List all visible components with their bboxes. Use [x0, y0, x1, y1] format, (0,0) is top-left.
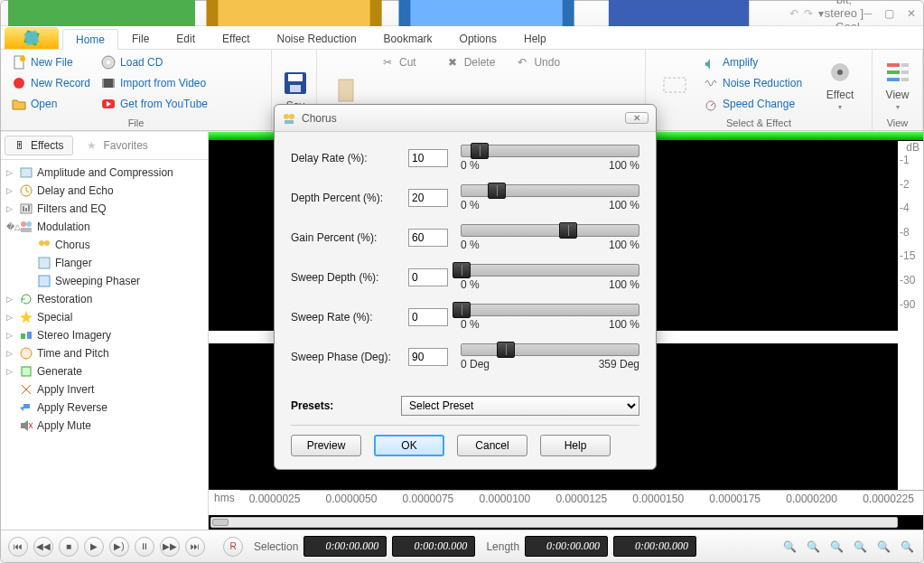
gain-percent-slider[interactable] [461, 224, 639, 237]
cut-button[interactable]: ✂Cut [377, 53, 420, 71]
tab-help[interactable]: Help [510, 28, 560, 49]
tab-options[interactable]: Options [446, 28, 510, 49]
group-label-file: File [8, 116, 264, 128]
play-loop-button[interactable]: ▶) [109, 537, 129, 557]
preview-button[interactable]: Preview [291, 435, 361, 456]
speed-change-button[interactable]: Speed Change [700, 95, 806, 113]
tab-effect[interactable]: Effect [209, 28, 263, 49]
noise-reduction-button[interactable]: Noise Reduction [700, 74, 806, 92]
stop-button[interactable]: ■ [59, 537, 79, 557]
qat-undo-icon[interactable]: ↶ [789, 7, 798, 20]
view-big-button[interactable]: View▾ [880, 53, 915, 116]
tab-edit[interactable]: Edit [163, 28, 209, 49]
flanger-icon [37, 256, 51, 270]
depth-percent-input[interactable] [408, 189, 448, 207]
effect-big-button[interactable]: Effect▾ [818, 53, 862, 116]
delete-icon: ✖ [445, 55, 460, 70]
tab-home[interactable]: Home [62, 29, 118, 50]
maximize-button[interactable]: ▢ [884, 7, 894, 20]
svg-rect-15 [288, 74, 303, 81]
svg-point-46 [284, 114, 289, 119]
delay-rate-input[interactable] [408, 149, 448, 167]
tree-delay-echo[interactable]: ▷Delay and Echo [6, 182, 202, 200]
tab-noise-reduction[interactable]: Noise Reduction [264, 28, 370, 49]
sweep-rate-input[interactable] [408, 308, 448, 326]
goto-start-button[interactable]: ⏮ [8, 537, 28, 557]
restoration-icon [19, 292, 33, 306]
gain-percent-input[interactable] [408, 229, 448, 247]
close-button[interactable]: ✕ [907, 7, 916, 20]
app-tab[interactable] [5, 27, 59, 49]
tree-generate[interactable]: ▷Generate [6, 362, 202, 380]
tree-modulation[interactable]: �△Modulation [6, 218, 202, 236]
svg-rect-45 [21, 423, 24, 428]
svg-point-37 [39, 240, 44, 246]
tree-apply-mute[interactable]: Apply Mute [6, 417, 202, 435]
tree-amplitude[interactable]: ▷Amplitude and Compression [6, 164, 202, 182]
forward-button[interactable]: ▶▶ [160, 537, 180, 557]
qat-redo-icon[interactable]: ↷ [804, 7, 813, 20]
pause-button[interactable]: ⏸ [135, 537, 154, 557]
tree-special[interactable]: ▷Special [6, 308, 202, 326]
delete-button[interactable]: ✖Delete [442, 53, 499, 71]
new-file-button[interactable]: New File [8, 53, 94, 71]
load-cd-button[interactable]: Load CD [98, 53, 211, 71]
titlebar: ↶ ↷ ▾ Untitled - [ PCM 44100 Hz; 16 bit;… [1, 1, 923, 26]
length-label: Length [486, 540, 519, 553]
delay-rate-slider[interactable] [461, 145, 639, 157]
dialog-close-button[interactable]: ✕ [625, 112, 649, 124]
cancel-button[interactable]: Cancel [457, 435, 527, 456]
view-icon [883, 58, 912, 87]
tree-stereo[interactable]: ▷Stereo Imagery [6, 326, 202, 344]
amplify-button[interactable]: Amplify [700, 53, 806, 71]
tree-chorus[interactable]: Chorus [6, 236, 202, 254]
goto-end-button[interactable]: ⏭ [185, 537, 205, 557]
tree-sweeping-phaser[interactable]: Sweeping Phaser [6, 272, 202, 290]
sidebar-tab-effects[interactable]: 🎚Effects [5, 136, 73, 155]
svg-rect-10 [102, 79, 115, 88]
sweep-phase-slider[interactable] [461, 343, 639, 356]
depth-percent-slider[interactable] [461, 184, 639, 197]
record-button[interactable]: R [223, 537, 243, 557]
tab-bookmark[interactable]: Bookmark [370, 28, 446, 49]
zoom-out-h-button[interactable]: 🔍 [804, 538, 822, 556]
svg-rect-28 [21, 168, 32, 177]
record-icon [12, 76, 26, 90]
tab-file[interactable]: File [118, 28, 163, 49]
tree-apply-invert[interactable]: Apply Invert [6, 380, 202, 399]
minimize-button[interactable]: ─ [863, 7, 872, 20]
get-youtube-button[interactable]: Get from YouTube [98, 95, 211, 113]
sweep-phase-input[interactable] [408, 348, 448, 366]
clipboard-icon [331, 76, 360, 105]
zoom-fit-button[interactable]: 🔍 [827, 538, 845, 556]
undo-button[interactable]: ↶Undo [511, 53, 564, 71]
ok-button[interactable]: OK [374, 435, 444, 456]
speed-icon [704, 97, 718, 111]
star-icon: ★ [87, 139, 99, 152]
tree-time-pitch[interactable]: ▷Time and Pitch [6, 344, 202, 362]
svg-point-34 [21, 221, 26, 227]
zoom-in-v-button[interactable]: 🔍 [874, 538, 892, 556]
horizontal-scrollbar[interactable] [210, 517, 898, 528]
select-big-button[interactable] [653, 53, 696, 116]
sweep-rate-slider[interactable] [461, 304, 639, 316]
help-button[interactable]: Help [540, 435, 611, 456]
zoom-in-h-button[interactable]: 🔍 [780, 538, 798, 556]
open-button[interactable]: Open [8, 95, 94, 113]
tree-apply-reverse[interactable]: Apply Reverse [6, 399, 202, 417]
import-video-button[interactable]: Import from Video [98, 74, 211, 92]
tree-filters-eq[interactable]: ▷Filters and EQ [6, 200, 202, 218]
svg-rect-39 [39, 258, 50, 268]
play-button[interactable]: ▶ [84, 537, 104, 557]
sweep-depth-label: Sweep Depth (%): [291, 271, 399, 284]
sweep-depth-slider[interactable] [461, 264, 639, 277]
tree-flanger[interactable]: Flanger [6, 254, 202, 272]
zoom-selection-button[interactable]: 🔍 [851, 538, 869, 556]
zoom-out-v-button[interactable]: 🔍 [898, 538, 916, 556]
rewind-button[interactable]: ◀◀ [33, 537, 53, 557]
new-record-button[interactable]: New Record [8, 74, 94, 92]
presets-select[interactable]: Select Preset [401, 396, 639, 416]
sweep-depth-input[interactable] [408, 268, 448, 286]
sidebar-tab-favorites[interactable]: ★Favorites [77, 136, 157, 155]
tree-restoration[interactable]: ▷Restoration [6, 290, 202, 308]
